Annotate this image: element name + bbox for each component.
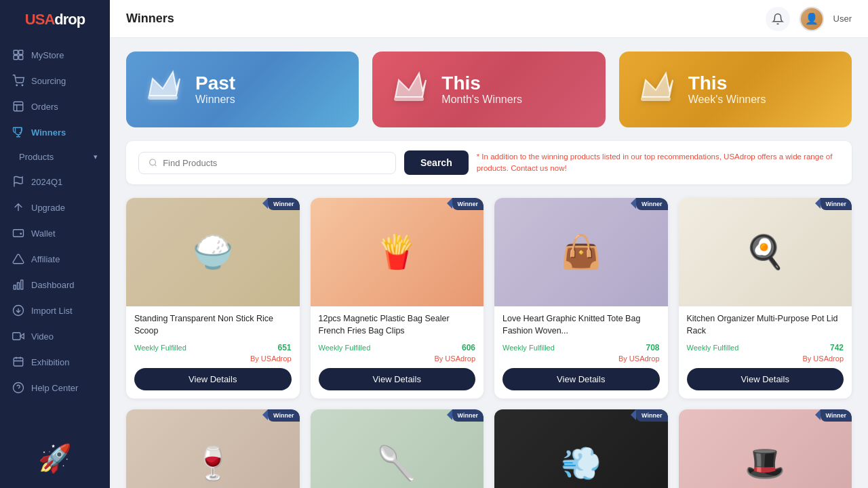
cat-title-this-month: This bbox=[441, 73, 522, 94]
svg-point-5 bbox=[22, 85, 23, 86]
product-info: Kitchen Organizer Multi-Purpose Pot Lid … bbox=[679, 306, 852, 399]
cat-card-past[interactable]: Past Winners bbox=[126, 52, 359, 127]
winner-badge: Winner bbox=[452, 409, 484, 422]
product-name: Kitchen Organizer Multi-Purpose Pot Lid … bbox=[687, 313, 844, 338]
sidebar-item-label-video: Video bbox=[31, 331, 54, 342]
sidebar-item-video[interactable]: Video bbox=[0, 323, 110, 349]
winner-badge: Winner bbox=[636, 409, 667, 422]
sidebar: USAdrop MyStore Sourcing bbox=[0, 0, 110, 488]
cat-text-past: Past Winners bbox=[195, 73, 235, 106]
view-details-button[interactable]: View Details bbox=[134, 368, 292, 390]
chevron-down-icon: ▾ bbox=[94, 152, 98, 161]
sidebar-item-importlist[interactable]: Import List bbox=[0, 298, 110, 323]
help-icon bbox=[12, 382, 24, 394]
cat-subtitle-past: Winners bbox=[195, 94, 235, 106]
cart-icon bbox=[12, 75, 24, 87]
cat-text-this-week: This Week's Winners bbox=[688, 73, 766, 106]
user-name: User bbox=[833, 14, 852, 24]
logo-usa: USA bbox=[25, 11, 54, 28]
product-image: 👜 bbox=[494, 198, 668, 306]
logo-drop: drop bbox=[54, 11, 85, 28]
product-card-7: Winner 💨 Portable Hair Dryer Compact Wee… bbox=[494, 409, 668, 488]
winner-badge: Winner bbox=[268, 198, 299, 210]
product-count: 651 bbox=[277, 343, 291, 352]
winner-badge: Winner bbox=[636, 198, 667, 210]
product-name: Standing Transparent Non Stick Rice Scoo… bbox=[134, 313, 292, 338]
product-name: 12pcs Magnetic Plastic Bag Sealer French… bbox=[319, 313, 476, 338]
by-usadrop: By USAdrop bbox=[687, 354, 844, 363]
cat-subtitle-this-month: Month's Winners bbox=[441, 94, 522, 106]
import-icon bbox=[12, 304, 24, 317]
sidebar-item-orders[interactable]: Orders bbox=[0, 94, 110, 119]
notification-button[interactable] bbox=[766, 7, 790, 31]
orders-icon bbox=[12, 100, 24, 113]
search-input-wrap bbox=[138, 152, 396, 174]
sidebar-item-helpcenter[interactable]: Help Center bbox=[0, 375, 110, 401]
product-info: 12pcs Magnetic Plastic Bag Sealer French… bbox=[311, 306, 484, 399]
product-image: 🍟 bbox=[311, 198, 484, 306]
sidebar-item-products[interactable]: Products ▾ bbox=[0, 145, 110, 169]
sidebar-item-dashboard[interactable]: Dashboard bbox=[0, 272, 110, 298]
svg-marker-13 bbox=[20, 333, 24, 339]
view-details-button[interactable]: View Details bbox=[502, 368, 660, 390]
svg-rect-10 bbox=[18, 283, 20, 289]
cat-card-this-month[interactable]: This Month's Winners bbox=[372, 52, 605, 127]
svg-rect-18 bbox=[148, 96, 178, 100]
content-area: Past Winners This Month's Winners bbox=[110, 38, 868, 488]
svg-rect-20 bbox=[641, 97, 671, 101]
product-card-3: Winner 👜 Love Heart Graphic Knitted Tote… bbox=[494, 198, 668, 399]
store-icon bbox=[12, 49, 24, 61]
wallet-icon bbox=[12, 227, 24, 239]
by-usadrop: By USAdrop bbox=[502, 354, 660, 363]
affiliate-icon bbox=[12, 253, 24, 265]
view-details-button[interactable]: View Details bbox=[687, 368, 844, 390]
product-image: 🍳 bbox=[679, 198, 852, 306]
logo: USAdrop bbox=[0, 0, 110, 37]
sidebar-item-wallet[interactable]: Wallet bbox=[0, 220, 110, 246]
product-meta: Weekly Fulfilled 708 bbox=[502, 343, 660, 352]
sidebar-item-label-helpcenter: Help Center bbox=[31, 383, 78, 393]
product-meta: Weekly Fulfilled 606 bbox=[319, 343, 476, 352]
winner-badge: Winner bbox=[821, 198, 852, 210]
by-usadrop: By USAdrop bbox=[319, 354, 476, 363]
view-details-button[interactable]: View Details bbox=[319, 368, 476, 390]
cat-subtitle-this-week: Week's Winners bbox=[688, 94, 766, 106]
cat-title-this-week: This bbox=[688, 73, 766, 94]
sidebar-nav: MyStore Sourcing Orders bbox=[0, 37, 110, 428]
sidebar-item-winners[interactable]: Winners bbox=[0, 119, 110, 145]
cat-card-this-week[interactable]: This Week's Winners bbox=[619, 52, 852, 127]
winner-badge: Winner bbox=[452, 198, 484, 210]
sidebar-item-label-orders: Orders bbox=[31, 102, 58, 112]
product-card-8: Winner 🎩 Winter Knitted Pom Pom Hat Week… bbox=[679, 409, 852, 488]
product-count: 742 bbox=[830, 343, 844, 352]
weekly-fulfilled-label: Weekly Fulfilled bbox=[502, 344, 555, 352]
sidebar-item-sourcing[interactable]: Sourcing bbox=[0, 68, 110, 94]
product-name: Love Heart Graphic Knitted Tote Bag Fash… bbox=[502, 313, 660, 338]
sidebar-item-2024q1[interactable]: 2024Q1 bbox=[0, 169, 110, 195]
products-left: Products bbox=[12, 152, 54, 162]
sidebar-item-exhibition[interactable]: Exhibition bbox=[0, 349, 110, 375]
crown-icon-this-month bbox=[389, 66, 429, 113]
sidebar-item-label-exhibition: Exhibition bbox=[31, 357, 69, 367]
sidebar-item-mystore[interactable]: MyStore bbox=[0, 42, 110, 68]
svg-rect-14 bbox=[13, 333, 20, 340]
search-input[interactable] bbox=[163, 158, 386, 168]
trophy-icon bbox=[12, 126, 24, 138]
winner-badge: Winner bbox=[821, 409, 852, 422]
sidebar-item-label-affiliate: Affiliate bbox=[31, 254, 60, 264]
search-button[interactable]: Search bbox=[404, 150, 469, 175]
product-info: Standing Transparent Non Stick Rice Scoo… bbox=[126, 306, 300, 399]
sidebar-item-affiliate[interactable]: Affiliate bbox=[0, 246, 110, 272]
by-usadrop: By USAdrop bbox=[134, 354, 292, 363]
svg-rect-1 bbox=[19, 50, 23, 54]
upgrade-icon bbox=[12, 201, 24, 214]
avatar[interactable]: 👤 bbox=[800, 7, 824, 31]
product-image: 🍚 bbox=[126, 198, 300, 306]
header-right: 👤 User bbox=[766, 7, 852, 31]
product-meta: Weekly Fulfilled 742 bbox=[687, 343, 844, 352]
svg-rect-2 bbox=[14, 56, 18, 60]
product-count: 708 bbox=[646, 343, 659, 352]
cat-text-this-month: This Month's Winners bbox=[441, 73, 522, 106]
page-title: Winners bbox=[126, 12, 174, 26]
sidebar-item-upgrade[interactable]: Upgrade bbox=[0, 195, 110, 220]
